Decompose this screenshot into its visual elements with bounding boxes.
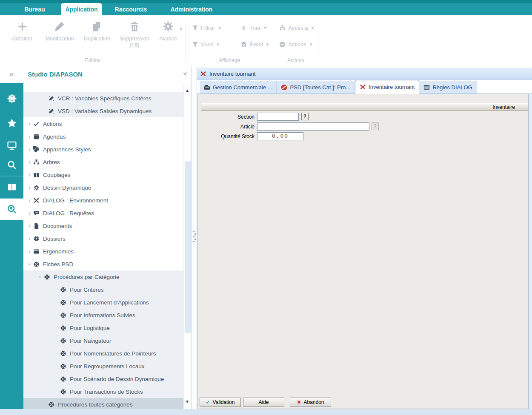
- tree-item-label: Agendas: [43, 134, 66, 140]
- chevron-icon[interactable]: ›: [26, 210, 33, 216]
- menu-tab-application[interactable]: Application: [61, 3, 102, 15]
- dropdown-caret-icon[interactable]: ▾: [312, 25, 314, 31]
- chevron-icon[interactable]: ›: [26, 235, 33, 242]
- filtrer-button[interactable]: Filtrer ▾: [192, 25, 231, 31]
- tree-item[interactable]: Pour Navigateur: [23, 334, 183, 347]
- tree-item-icon: [44, 274, 50, 280]
- dropdown-caret-icon[interactable]: ▾: [264, 25, 266, 31]
- dropdown-caret-icon[interactable]: ▾: [217, 42, 219, 47]
- scrollbar-thumb[interactable]: [185, 162, 191, 333]
- section-help-button[interactable]: ?: [301, 113, 309, 120]
- tree-item[interactable]: Pour Critères: [23, 283, 183, 296]
- document-title: Inventaire tournant: [209, 71, 255, 77]
- validation-button[interactable]: ✔ Validation: [200, 398, 241, 407]
- tree-item[interactable]: › DIALOG : Requêtes: [23, 207, 183, 219]
- vues-button[interactable]: Vues ▾: [192, 41, 231, 48]
- tab-gestion-commerciale[interactable]: Gestion Commerciale ...: [200, 81, 277, 94]
- collapse-sidebar-icon[interactable]: «: [9, 69, 14, 79]
- chevron-icon[interactable]: ›: [26, 184, 33, 191]
- chevron-icon[interactable]: ›: [26, 159, 33, 165]
- tree-item[interactable]: Pour Nomenclatures de Pointeurs: [23, 347, 183, 360]
- rail-search-pin-icon[interactable]: [0, 199, 23, 220]
- chevron-icon[interactable]: ›: [26, 222, 33, 229]
- tree-item-icon: [60, 312, 66, 318]
- sidebar-splitter[interactable]: [192, 66, 197, 409]
- article-help-button: ?: [372, 122, 379, 130]
- tree-item-icon: [33, 236, 40, 242]
- close-sidebar-icon[interactable]: ×: [183, 70, 187, 78]
- creation-button[interactable]: Création: [3, 20, 41, 48]
- tree-item[interactable]: VCR : Variables Spécifiques Critères: [23, 92, 183, 105]
- actions-button[interactable]: Actions ▾: [279, 41, 312, 48]
- tree-item[interactable]: › Fiches PSD: [23, 258, 183, 270]
- chevron-icon[interactable]: ›: [26, 248, 33, 255]
- tree-item[interactable]: Pour Transactions de Stocks: [23, 385, 183, 398]
- toolbar-group-edition: Création Modification Duplication Suppre…: [0, 15, 186, 66]
- tree-item[interactable]: Pour Logistique: [23, 321, 183, 334]
- tree-item[interactable]: Pour Lancement d'Applications: [23, 296, 183, 309]
- dropdown-caret-icon[interactable]: ▾: [266, 42, 269, 47]
- chevron-icon[interactable]: ›: [26, 197, 33, 204]
- chevron-icon[interactable]: ›: [26, 133, 33, 140]
- chevron-icon[interactable]: ›: [26, 171, 33, 178]
- suppression-button[interactable]: Suppression (F6): [116, 20, 153, 48]
- tree-item[interactable]: Pour Regroupements Locaux: [23, 360, 183, 372]
- duplication-button[interactable]: Duplication: [78, 20, 116, 48]
- field-row-section: Section ?: [197, 113, 528, 121]
- chevron-icon[interactable]: ›: [37, 273, 44, 281]
- tree-item-icon: [48, 95, 54, 102]
- tree-item[interactable]: VSD : Variables Saisies Dynamiques: [23, 105, 183, 117]
- acces-a-button[interactable]: Accès à ▾: [279, 25, 314, 31]
- chevron-icon[interactable]: ›: [26, 120, 33, 127]
- article-input[interactable]: [257, 122, 369, 131]
- dropdown-caret-icon[interactable]: ▾: [310, 42, 312, 47]
- menu-tab-raccourcis[interactable]: Raccourcis: [102, 3, 160, 15]
- tree-item[interactable]: › Documents: [23, 219, 183, 232]
- tree-item[interactable]: › Procédures par Catégorie: [23, 270, 183, 283]
- menu-tab-bureau[interactable]: Bureau: [9, 3, 61, 15]
- scroll-down-icon[interactable]: ▼: [185, 399, 189, 404]
- rail-search-icon[interactable]: [0, 154, 23, 176]
- tree-item[interactable]: › Apparences Styles: [23, 143, 183, 156]
- rail-monitor-icon[interactable]: [0, 135, 23, 156]
- sidebar-title: Studio DIAPASON: [28, 71, 83, 78]
- menu-tab-administration[interactable]: Administration: [160, 3, 223, 15]
- sidebar-scrollbar[interactable]: ▲ ▼: [183, 83, 192, 409]
- rail-helm-icon[interactable]: [0, 88, 23, 109]
- tree-item[interactable]: Procédures toutes catégories: [23, 398, 183, 409]
- modification-button[interactable]: Modification: [41, 20, 78, 48]
- chevron-icon[interactable]: ›: [26, 146, 33, 153]
- dropdown-caret-icon[interactable]: ▾: [180, 26, 182, 32]
- tree-item[interactable]: › Ergonomies: [23, 245, 183, 258]
- scroll-up-icon[interactable]: ▲: [185, 88, 189, 93]
- chevron-icon[interactable]: ›: [26, 261, 33, 268]
- tree-item[interactable]: › DIALOG : Environnement: [23, 194, 183, 207]
- abandon-button[interactable]: ✖ Abandon: [290, 398, 331, 407]
- form-panel: Inventaire Section ? Article ? Quantité …: [197, 94, 529, 409]
- tree-item-label: Pour Regroupements Locaux: [70, 363, 145, 370]
- tree-item-label: Dessin Dynamique: [43, 185, 91, 191]
- tree-item[interactable]: › Couplages: [23, 168, 183, 181]
- tree-item[interactable]: › Agendas: [23, 130, 183, 143]
- dropdown-caret-icon[interactable]: ▾: [218, 25, 221, 31]
- trier-button[interactable]: Trier ▾: [240, 25, 266, 31]
- tree-item[interactable]: Pour Scénario de Dessin Dynamique: [23, 372, 183, 385]
- tab-psd-toutes-cat[interactable]: PSD [Toutes Cat.]: Pro...: [277, 81, 355, 94]
- avance-button[interactable]: ▾ Avancé: [153, 20, 183, 48]
- tree-item[interactable]: › Dessin Dynamique: [23, 181, 183, 194]
- quantite-stock-input[interactable]: [257, 132, 303, 140]
- tree-item[interactable]: › Arbres: [23, 156, 183, 168]
- rail-star-icon[interactable]: [0, 113, 23, 134]
- tree-item[interactable]: › Actions: [23, 117, 183, 130]
- tree-item-label: Apparences Styles: [43, 146, 91, 153]
- splitter-grip[interactable]: [193, 231, 196, 242]
- section-input[interactable]: [257, 113, 299, 121]
- tab-regles-dialog[interactable]: Règles DIALOG: [419, 81, 477, 94]
- rail-columns-icon[interactable]: [0, 176, 23, 199]
- tab-inventaire-tournant[interactable]: Inventaire tournant: [355, 80, 419, 94]
- excel-button[interactable]: Excel ▾: [240, 41, 269, 48]
- aide-button[interactable]: Aide: [243, 398, 284, 407]
- tree-item-icon: [33, 261, 40, 267]
- tree-item[interactable]: Pour Informations Suivies: [23, 309, 183, 321]
- tree-item[interactable]: › Dossiers: [23, 232, 183, 245]
